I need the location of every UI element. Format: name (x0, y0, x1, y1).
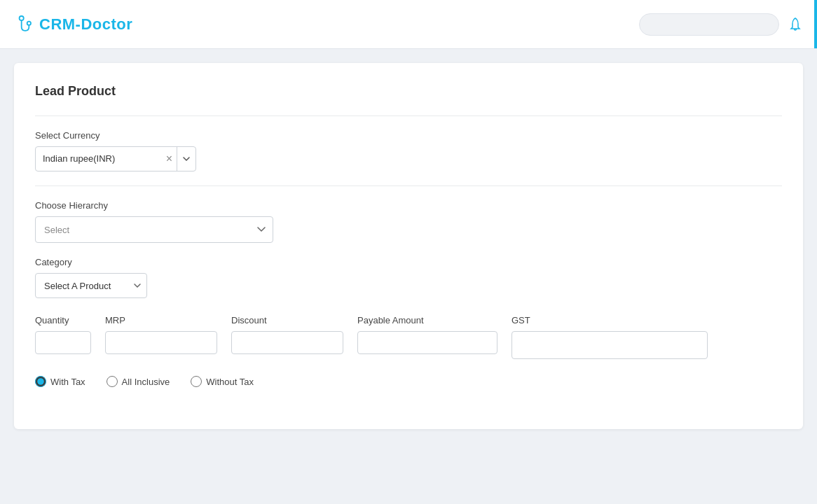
mrp-input[interactable] (105, 331, 217, 354)
category-select[interactable]: Select A Product (35, 273, 147, 298)
accent-bar (814, 0, 817, 48)
hierarchy-label: Choose Hierarchy (35, 200, 782, 211)
discount-input[interactable] (231, 331, 343, 354)
with-tax-radio[interactable] (35, 376, 46, 387)
all-inclusive-radio[interactable] (107, 376, 118, 387)
gst-label: GST (512, 315, 708, 326)
logo-text: CRM-Doctor (39, 15, 132, 34)
with-tax-label: With Tax (50, 377, 85, 387)
hierarchy-section: Choose Hierarchy Select Category Select … (35, 186, 782, 387)
tax-radio-group: With Tax All Inclusive Without Tax (35, 376, 782, 387)
search-wrapper (639, 13, 779, 36)
svg-point-0 (20, 16, 24, 20)
header: CRM-Doctor (0, 0, 817, 49)
search-input[interactable] (639, 13, 779, 36)
logo-icon (14, 13, 36, 36)
discount-label: Discount (231, 315, 343, 326)
category-label: Category (35, 257, 782, 267)
category-section: Category Select A Product (35, 257, 782, 298)
without-tax-label: Without Tax (206, 377, 254, 387)
quantity-input[interactable] (35, 331, 91, 354)
currency-value: Indian rupee(INR) (36, 146, 162, 172)
payable-label: Payable Amount (357, 315, 497, 326)
all-inclusive-option[interactable]: All Inclusive (107, 376, 170, 387)
mrp-group: MRP (105, 315, 217, 354)
hierarchy-select[interactable]: Select (35, 216, 273, 243)
hierarchy-group: Choose Hierarchy Select (35, 200, 782, 243)
logo: CRM-Doctor (14, 13, 132, 36)
with-tax-option[interactable]: With Tax (35, 376, 85, 387)
currency-label: Select Currency (35, 130, 782, 141)
without-tax-radio[interactable] (191, 376, 202, 387)
page-title: Lead Product (35, 84, 782, 99)
gst-input[interactable] (512, 331, 708, 359)
payable-group: Payable Amount (357, 315, 497, 354)
bell-icon (788, 17, 803, 32)
currency-select-wrapper: Indian rupee(INR) × (35, 146, 196, 172)
svg-point-1 (27, 21, 31, 24)
form-card: Lead Product Select Currency Indian rupe… (14, 63, 803, 429)
without-tax-option[interactable]: Without Tax (191, 376, 254, 387)
all-inclusive-label: All Inclusive (122, 377, 170, 387)
gst-group: GST (512, 315, 708, 359)
quantity-label: Quantity (35, 315, 91, 326)
quantity-group: Quantity (35, 315, 91, 354)
currency-group: Select Currency Indian rupee(INR) × (35, 130, 782, 172)
main-content: Lead Product Select Currency Indian rupe… (0, 49, 817, 443)
payable-input[interactable] (357, 331, 497, 354)
chevron-down-icon (183, 157, 190, 162)
header-right (639, 13, 803, 36)
currency-chevron-button[interactable] (177, 147, 195, 171)
divider-top (35, 115, 782, 116)
fields-row: Quantity MRP Discount Payable Amount GST (35, 315, 782, 359)
discount-group: Discount (231, 315, 343, 354)
currency-clear-button[interactable]: × (162, 153, 177, 164)
mrp-label: MRP (105, 315, 217, 326)
notification-button[interactable] (788, 17, 803, 32)
